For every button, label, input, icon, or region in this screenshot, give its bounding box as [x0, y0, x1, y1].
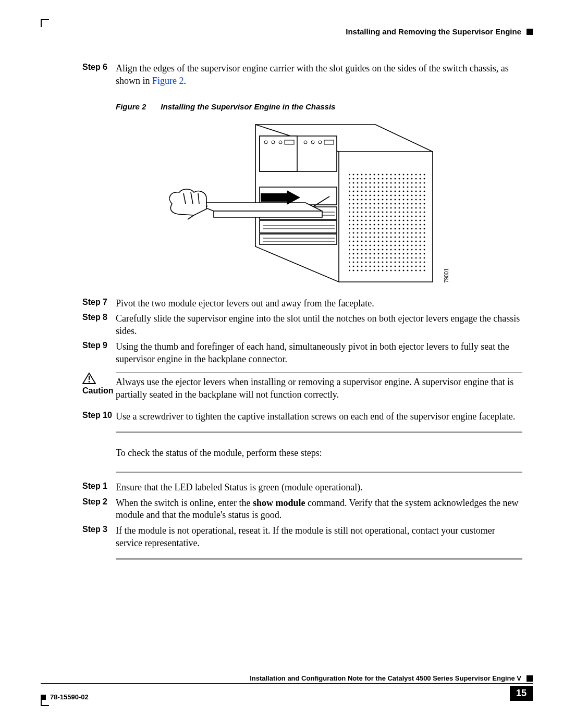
caution-label: Caution: [82, 386, 114, 396]
svg-marker-24: [193, 203, 322, 211]
step-row: Step 9 Using the thumb and forefinger of…: [82, 341, 522, 366]
step-row: Step 6 Align the edges of the supervisor…: [82, 63, 522, 88]
header-section-title: Installing and Removing the Supervisor E…: [346, 27, 521, 36]
intro-paragraph: To check the status of the module, perfo…: [116, 447, 522, 459]
caution-block: Caution Always use the ejector levers wh…: [82, 373, 522, 401]
step-body: Use a screwdriver to tighten the captive…: [116, 411, 522, 423]
step-body: Align the edges of the supervisor engine…: [116, 63, 522, 88]
command-name: show module: [253, 498, 305, 508]
figure-tag-number: 79001: [444, 268, 449, 283]
svg-marker-25: [214, 211, 322, 217]
svg-rect-2: [260, 136, 297, 171]
figure-caption: Figure 2Installing the Supervisor Engine…: [116, 102, 522, 111]
svg-rect-23: [349, 172, 427, 272]
svg-point-34: [89, 381, 90, 382]
footer-marker-icon: [41, 695, 46, 700]
step-row: Step 10 Use a screwdriver to tighten the…: [82, 411, 522, 423]
figure-number: Figure 2: [116, 102, 146, 111]
footer-doc-title: Installation and Configuration Note for …: [250, 674, 521, 682]
crop-mark-top-left: [41, 19, 49, 27]
step-row: Step 3 If the module is not operational,…: [82, 525, 522, 550]
step-row: Step 7 Pivot the two module ejector leve…: [82, 298, 522, 310]
step-label: Step 1: [82, 482, 116, 494]
step-row: Step 8 Carefully slide the supervisor en…: [82, 313, 522, 338]
step-label: Step 3: [82, 525, 116, 550]
caution-text: Always use the ejector levers when insta…: [116, 377, 513, 400]
step-body: Ensure that the LED labeled Status is gr…: [116, 482, 522, 494]
figure-link[interactable]: Figure 2: [152, 76, 184, 86]
step-label: Step 9: [82, 341, 116, 366]
svg-rect-6: [260, 234, 337, 244]
section-rule: [116, 431, 522, 433]
figure-illustration: 79001: [156, 115, 448, 290]
step-row: Step 1 Ensure that the LED labeled Statu…: [82, 482, 522, 494]
figure-title: Installing the Supervisor Engine in the …: [161, 102, 335, 111]
step-label: Step 7: [82, 298, 116, 310]
page-header: Installing and Removing the Supervisor E…: [346, 27, 533, 36]
step-label: Step 2: [82, 497, 116, 522]
section-rule: [116, 558, 522, 560]
step-body: Pivot the two module ejector levers out …: [116, 298, 522, 310]
footer-doc-number: 78-15590-02: [50, 693, 89, 701]
page-footer: Installation and Configuration Note for …: [41, 674, 533, 701]
step-body: Carefully slide the supervisor engine in…: [116, 313, 522, 338]
step-body: If the module is not operational, reseat…: [116, 525, 522, 550]
footer-marker-icon: [527, 675, 533, 682]
page-number: 15: [510, 686, 533, 701]
step-label: Step 10: [82, 411, 116, 423]
step-body: When the switch is online, enter the sho…: [116, 497, 522, 522]
step-body: Using the thumb and forefinger of each h…: [116, 341, 522, 366]
step-label: Step 8: [82, 313, 116, 338]
step-row: Step 2 When the switch is online, enter …: [82, 497, 522, 522]
warning-icon: [82, 373, 96, 384]
section-rule: [116, 472, 522, 473]
step-label: Step 6: [82, 63, 116, 88]
svg-rect-5: [260, 220, 337, 233]
header-marker-icon: [527, 29, 533, 35]
